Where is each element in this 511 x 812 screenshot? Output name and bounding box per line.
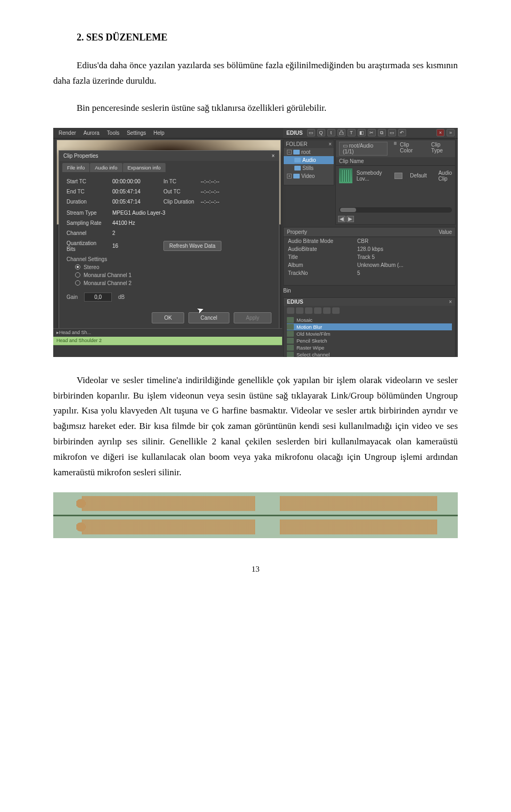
fx-tab-icon[interactable] [323, 307, 331, 314]
tree-audio[interactable]: Audio [284, 156, 334, 164]
toolbar-paste-icon[interactable]: ▭ [388, 129, 396, 136]
bin-item[interactable]: Somebody Lov... Default Audio Clip [336, 166, 455, 186]
folder-title: FOLDER [286, 141, 308, 147]
timeline-rows: ▸ Head and Sh... Head and Shoulder 2 [53, 328, 282, 345]
toolbar-marker-icon[interactable]: ◧ [358, 129, 366, 136]
lbl-end-tc: End TC [67, 189, 112, 194]
tab-file-info[interactable]: File info [62, 163, 89, 172]
bin-label: Bin [283, 288, 291, 294]
clip-name: Somebody Lov... [357, 170, 387, 182]
lbl-channel-settings: Channel Settings [67, 256, 271, 262]
bin-path: ▭ root/Audio (1/1) [339, 142, 388, 156]
dialog-tabs: File info Audio info Expansion info [59, 161, 279, 172]
clip-color-swatch [394, 173, 402, 179]
fx-icon [287, 345, 294, 351]
lbl-sample-rate: Sampling Rate [67, 220, 112, 226]
apply-button[interactable]: Apply [234, 312, 271, 323]
menu-settings[interactable]: Settings [127, 130, 146, 136]
val-end-tc: 00:05:47:14 [112, 189, 163, 194]
prop-row: TrackNo5 [284, 269, 455, 277]
dialog-close-icon[interactable]: × [271, 153, 275, 159]
fx-tab-icon[interactable] [314, 307, 322, 314]
toolbar-clip-icon[interactable]: 凸 [337, 129, 345, 136]
folder-close-icon[interactable]: × [328, 141, 332, 147]
fx-icon [287, 352, 294, 357]
toolbar-cut-icon[interactable]: ✂ [368, 129, 376, 136]
menu-aurora[interactable]: Aurora [84, 130, 100, 136]
fx-tab-icon[interactable] [332, 307, 340, 314]
fx-tab-icon[interactable] [296, 307, 303, 314]
menu-help[interactable]: Help [153, 130, 164, 136]
val-start-tc: 00:00:00:00 [112, 178, 163, 184]
fx-icon [287, 317, 294, 323]
ok-button[interactable]: OK [152, 312, 184, 323]
fx-icon [287, 324, 294, 330]
cancel-button[interactable]: Cancel [188, 312, 229, 323]
prop-row: AudioBitrate128.0 kbps [284, 245, 455, 253]
toolbar-copy-icon[interactable]: ⧉ [378, 129, 386, 136]
clip-type-label: Audio Clip [438, 170, 452, 182]
lbl-gain: Gain [67, 294, 78, 300]
col-clip-color[interactable]: Clip Color [400, 142, 422, 156]
fx-item[interactable]: Mosaic [287, 316, 452, 323]
toolbar-tool-icon[interactable]: t [327, 129, 335, 136]
lbl-stream-type: Stream Type [67, 210, 112, 216]
fx-item[interactable]: Old Movie/Film [287, 330, 452, 337]
lbl-in-tc: In TC [163, 178, 201, 184]
dialog-title: Clip Properties [63, 153, 98, 159]
col-value: Value [439, 229, 452, 235]
fx-item[interactable]: Pencil Sketch [287, 337, 452, 344]
tree-root[interactable]: −root [284, 148, 334, 156]
lbl-gain-unit: dB [118, 294, 125, 300]
scroll-left-icon[interactable]: ◀ [338, 216, 345, 222]
clip-properties-dialog: Clip Properties × File info Audio info E… [59, 150, 279, 330]
color-swatch-icon[interactable] [394, 142, 397, 145]
edius-titlebar: EDIUS ▭ Q t 凸 T ◧ ✂ ⧉ ▭ ↶ × » [283, 128, 458, 139]
toolbar-folder-icon[interactable]: ▭ [307, 129, 315, 136]
prop-row: TitleTrack 5 [284, 253, 455, 261]
fx-item[interactable]: Select channel [287, 351, 452, 357]
clip-thumbnail [339, 168, 352, 183]
radio-icon [75, 272, 80, 278]
toolbar-search-icon[interactable]: Q [317, 129, 325, 136]
radio-stereo[interactable]: Stereo [75, 264, 271, 270]
toolbar-expand-icon[interactable]: » [447, 129, 455, 136]
fx-tab-icon[interactable] [287, 307, 294, 314]
paragraph-3: Videolar ve sesler timeline'a indirildiğ… [53, 373, 458, 481]
waveform-channel-1 [53, 493, 458, 514]
fx-item[interactable]: Raster Wipe [287, 344, 452, 351]
radio-mono-2[interactable]: Monaural Channel 2 [75, 280, 271, 286]
toolbar-undo-icon[interactable]: ↶ [398, 129, 406, 136]
tab-expansion-info[interactable]: Expansion info [123, 163, 166, 172]
tree-video[interactable]: +Video [284, 172, 334, 180]
refresh-wave-button[interactable]: Refresh Wave Data [163, 241, 221, 251]
col-clip-name[interactable]: Clip Name [339, 158, 364, 164]
menu-tools[interactable]: Tools [107, 130, 119, 136]
effects-brand: EDIUS [287, 299, 303, 305]
edius-brand: EDIUS [286, 130, 303, 136]
section-heading: 2. SES DÜZENLEME [53, 32, 458, 43]
fx-tab-icon[interactable] [305, 307, 312, 314]
timeline-row-1[interactable]: ▸ Head and Sh... [53, 328, 282, 337]
radio-mono-1[interactable]: Monaural Channel 1 [75, 272, 271, 278]
radio-icon [75, 264, 80, 270]
fx-item[interactable]: Motion Blur [287, 323, 452, 330]
radio-icon [75, 280, 80, 286]
lbl-start-tc: Start TC [67, 178, 112, 184]
val-quant-bits: 16 [112, 243, 163, 249]
edius-screenshot: Render Aurora Tools Settings Help _ × ED… [53, 128, 458, 357]
timeline-row-2[interactable]: Head and Shoulder 2 [53, 337, 282, 345]
tab-audio-info[interactable]: Audio info [90, 163, 122, 172]
bin-scrollbar[interactable] [339, 207, 452, 213]
col-clip-type[interactable]: Clip Type [431, 142, 452, 156]
tree-stills[interactable]: Stills [284, 164, 334, 172]
gain-input[interactable]: 0,0 [84, 293, 112, 302]
toolbar-text-icon[interactable]: T [348, 129, 356, 136]
bin-panel: ▭ root/Audio (1/1) Clip Color Clip Type … [335, 140, 456, 225]
effects-panel: EDIUS× Mosaic Motion Blur Old Movie/Film… [283, 297, 456, 357]
effects-close-icon[interactable]: × [449, 299, 452, 305]
fx-icon [287, 338, 294, 344]
scroll-right-icon[interactable]: ▶ [347, 216, 354, 222]
menu-render[interactable]: Render [59, 130, 76, 136]
toolbar-close-icon[interactable]: × [436, 129, 444, 136]
